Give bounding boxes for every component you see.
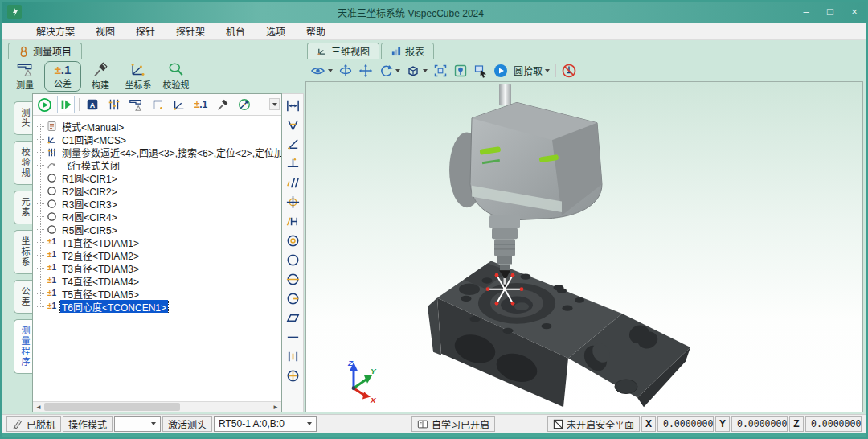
3d-viewport[interactable]: Z Y X [305, 81, 863, 412]
roundness-icon[interactable] [284, 251, 301, 269]
measure-element-button[interactable] [127, 96, 145, 113]
tree-horizontal-scrollbar[interactable]: ◄ ► [33, 401, 281, 412]
alignment-button[interactable] [170, 96, 188, 113]
close-button[interactable]: × [842, 2, 866, 23]
side-tab-probe[interactable]: 测头 [14, 101, 32, 135]
toolbar-overflow-button[interactable] [269, 98, 280, 110]
tree-item-circle-3[interactable]: R3圆<CIR3> [37, 197, 281, 210]
side-tab-elements[interactable]: 元素 [14, 191, 32, 224]
corner-button[interactable] [149, 96, 166, 113]
angle-between-icon[interactable] [284, 116, 301, 133]
offline-status: 已脱机 [6, 416, 61, 432]
zoom-fit-button[interactable] [433, 64, 448, 78]
flatness-icon[interactable] [284, 309, 301, 326]
ribbon-gauge-button[interactable]: 校验规 [158, 61, 194, 92]
tree-item-fly-mode[interactable]: 飞行模式关闭 [37, 158, 281, 171]
tab-3d-view[interactable]: 三维视图 [307, 43, 379, 59]
play-measure-button[interactable] [493, 64, 508, 78]
scroll-right-icon[interactable]: ► [270, 402, 281, 412]
circle-pick-button[interactable]: 圆拾取 [514, 64, 550, 77]
fly-mode-icon [46, 160, 58, 170]
orbit-button[interactable] [338, 64, 353, 78]
view-direction-button[interactable] [310, 64, 333, 78]
tree-item-diameter-5[interactable]: ±1 T5直径<TDIAM5> [37, 287, 281, 300]
self-learning-status: 自学习已开启 [411, 416, 495, 432]
concentricity-icon[interactable] [284, 232, 301, 249]
menu-probe[interactable]: 探针 [125, 24, 166, 38]
side-tab-coordinate[interactable]: 坐标系 [14, 230, 32, 274]
angle-icon[interactable] [284, 135, 301, 153]
minimize-button[interactable]: – [794, 2, 818, 23]
tree-item-parameters[interactable]: 测量参数逼近<4>,回退<3>,搜索<6>,定位<2>,定位加<2>,测 [37, 146, 281, 158]
parallelism-icon[interactable] [284, 174, 301, 191]
auto-label-button[interactable]: A [84, 96, 101, 113]
pan-button[interactable] [358, 64, 373, 78]
menu-options[interactable]: 选项 [256, 24, 296, 38]
tree-item-recall[interactable]: C1回调<MCS> [37, 133, 281, 146]
side-tab-tolerance[interactable]: 公差 [14, 280, 32, 314]
tab-measure-project[interactable]: 测量项目 [8, 43, 82, 59]
scroll-left-icon[interactable]: ◄ [33, 402, 44, 412]
profile-icon[interactable] [284, 212, 301, 230]
tree-item-diameter-1[interactable]: ±1 T1直径<TDIAM1> [37, 236, 281, 248]
ribbon-measure-button[interactable]: 测量 [6, 61, 43, 92]
menu-machine[interactable]: 机台 [215, 24, 256, 38]
window-title: 天准三坐标系统 VispecCube 2024 [27, 6, 794, 19]
side-tab-gauge[interactable]: 校验规 [14, 141, 32, 185]
tree-item-concentricity[interactable]: ±1 T6同心度<TCONCEN1> [37, 300, 281, 313]
cylindricity-icon[interactable] [284, 270, 301, 288]
measure-params-button[interactable] [105, 96, 123, 113]
program-tree: 模式<Manual> C1回调<MCS> 测量参数逼近<4>,回退<3>,搜索<… [33, 116, 281, 401]
select-button[interactable] [473, 64, 488, 78]
active-probe-label: 激活测头 [162, 416, 212, 432]
probe-off-button[interactable] [562, 64, 576, 78]
menu-help[interactable]: 帮助 [296, 24, 336, 38]
toolbar-separator [79, 98, 80, 111]
ribbon-tolerance-label: 公差 [54, 76, 72, 89]
tree-item-mode[interactable]: 模式<Manual> [37, 120, 281, 133]
locate-button[interactable] [453, 64, 468, 78]
tree-item-circle-5[interactable]: R5圆<CIR5> [37, 223, 281, 236]
construct-small-button[interactable] [214, 96, 231, 113]
tab-report[interactable]: 报表 [381, 43, 434, 59]
tolerance-small-button[interactable]: ±.1 [192, 96, 210, 113]
tree-item-diameter-2[interactable]: ±1 T2直径<TDIAM2> [37, 248, 281, 261]
tree-item-diameter-4[interactable]: ±1 T4直径<TDIAM4> [37, 274, 281, 287]
menu-solution[interactable]: 解决方案 [26, 24, 85, 38]
active-probe-select[interactable]: RT50-1 A:0,B:0 [214, 416, 317, 432]
ribbon-construct-button[interactable]: 构建 [82, 61, 119, 92]
ribbon-tolerance-button[interactable]: ±.1 公差 [44, 61, 81, 92]
dropdown-caret-icon [423, 69, 428, 72]
tree-item-circle-1[interactable]: R1圆<CIR1> [37, 171, 281, 184]
rotate-button[interactable] [379, 64, 400, 78]
tab-measure-project-label: 测量项目 [33, 44, 72, 58]
cube-icon [406, 64, 420, 78]
scrollbar-thumb[interactable] [44, 403, 180, 411]
straightness-icon[interactable] [284, 328, 301, 346]
status-bar: 已脱机 操作模式 激活测头 RT50-1 A:0,B:0 自学习已开启 未开启安… [2, 414, 866, 433]
step-run-button[interactable] [57, 96, 75, 113]
position-icon[interactable] [284, 193, 301, 211]
tree-item-circle-4[interactable]: R4圆<CIR4> [37, 210, 281, 223]
safety-plane-off-icon [553, 419, 563, 429]
circle-feature-icon [46, 224, 58, 235]
view-panel: 三维视图 报表 [305, 42, 863, 412]
runout-icon[interactable] [284, 289, 301, 307]
total-runout-icon[interactable] [284, 367, 301, 384]
perpendicularity-icon[interactable] [284, 154, 301, 172]
tree-item-circle-2[interactable]: R2圆<CIR2> [37, 184, 281, 197]
mode-icon [46, 121, 58, 132]
side-tab-measure-program[interactable]: 测量程序 [14, 319, 32, 374]
datum-button[interactable] [235, 96, 253, 113]
menu-probe-rack[interactable]: 探针架 [166, 24, 215, 38]
operation-mode-select[interactable] [114, 416, 161, 432]
distance-tolerance-icon[interactable] [284, 96, 301, 114]
measure-icon [15, 62, 35, 77]
view-cube-button[interactable] [406, 64, 428, 78]
ribbon-coordinate-button[interactable]: 坐标系 [120, 61, 157, 92]
run-button[interactable] [35, 96, 53, 113]
maximize-button[interactable]: □ [818, 2, 842, 23]
tree-item-diameter-3[interactable]: ±1 T3直径<TDIAM3> [37, 261, 281, 274]
menu-view[interactable]: 视图 [85, 24, 125, 38]
symmetry-icon[interactable] [284, 347, 301, 365]
